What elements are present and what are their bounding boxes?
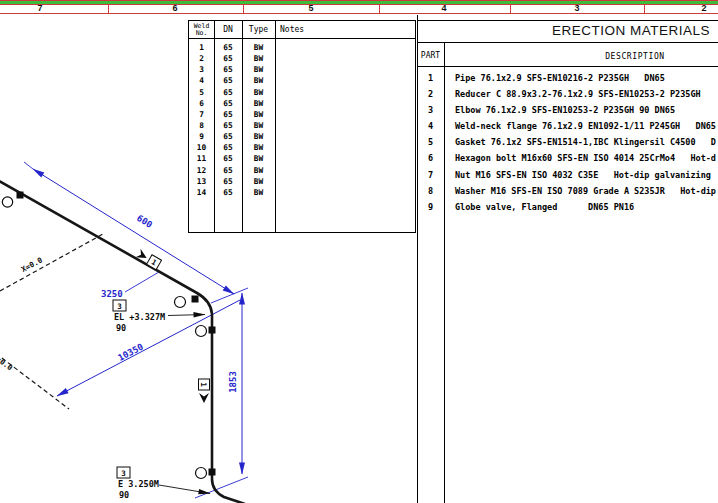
ref-number-top: 3 bbox=[117, 302, 122, 311]
weld-table-row: 8 65 BW bbox=[189, 120, 415, 131]
ruler-number: 2 bbox=[701, 3, 706, 13]
weld-table-row: 10 65 BW bbox=[189, 142, 415, 153]
description-cell: Reducer C 88.9x3.2-76.1x2.9 SFS-EN10253-… bbox=[444, 86, 701, 102]
erection-table-top-border bbox=[417, 20, 718, 21]
weld-point bbox=[209, 469, 216, 476]
part-number-cell: 4 bbox=[417, 118, 444, 134]
type-header: Type bbox=[242, 21, 275, 38]
description-cell: Elbow 76.1x2.9 SFS-EN10253-2 P235GH 90 D… bbox=[444, 102, 675, 118]
dimension-text-1853: 1853 bbox=[228, 371, 238, 393]
erection-material-row: 4 Weld-neck flange 76.1x2.9 EN1092-1/11 … bbox=[417, 118, 718, 134]
weld-no-header-line2: No. bbox=[196, 30, 208, 37]
weld-point bbox=[17, 192, 24, 199]
weld-table-row: 2 65 BW bbox=[189, 53, 415, 64]
weld-circle bbox=[196, 468, 207, 479]
description-cell: Washer M16 SFS-EN ISO 7089 Grade A S235J… bbox=[444, 183, 716, 199]
weld-table-body: 1 65 BW 2 65 BW 3 65 BW 4 65 BW 5 65 BW … bbox=[189, 42, 415, 198]
weld-number-cell: 4 bbox=[189, 75, 214, 86]
leader-top-elevation bbox=[168, 315, 205, 316]
x-axis-dashed-line bbox=[0, 234, 103, 291]
weld-number-cell: 8 bbox=[189, 120, 214, 131]
notes-cell bbox=[275, 120, 415, 131]
type-cell: BW bbox=[242, 153, 275, 164]
type-cell: BW bbox=[242, 64, 275, 75]
weld-table-row: 7 65 BW bbox=[189, 109, 415, 120]
weld-number-cell: 5 bbox=[189, 87, 214, 98]
weld-number-cell: 3 bbox=[189, 64, 214, 75]
ruler-number: 7 bbox=[37, 3, 42, 13]
weld-table-row: 6 65 BW bbox=[189, 98, 415, 109]
type-cell: BW bbox=[242, 131, 275, 142]
description-cell: Nut M16 SFS-EN ISO 4032 C35E Hot-dip gal… bbox=[444, 167, 711, 183]
weld-number-cell: 11 bbox=[189, 153, 214, 164]
dn-cell: 65 bbox=[214, 187, 242, 198]
part-number-cell: 3 bbox=[417, 102, 444, 118]
type-cell: BW bbox=[242, 75, 275, 86]
type-cell: BW bbox=[242, 142, 275, 153]
erection-material-row: 6 Hexagon bolt M16x60 SFS-EN ISO 4014 25… bbox=[417, 150, 718, 166]
weld-number-cell: 9 bbox=[189, 131, 214, 142]
dn-cell: 65 bbox=[214, 98, 242, 109]
weld-table-row: 13 65 BW bbox=[189, 176, 415, 187]
dim-leader-3250 bbox=[125, 272, 159, 292]
dn-cell: 65 bbox=[214, 109, 242, 120]
dn-cell: 65 bbox=[214, 153, 242, 164]
angle-bottom: 90 bbox=[119, 490, 129, 500]
notes-cell bbox=[275, 187, 415, 198]
dn-cell: 65 bbox=[214, 131, 242, 142]
notes-cell bbox=[275, 165, 415, 176]
weld-table-row: 9 65 BW bbox=[189, 131, 415, 142]
x-axis-label: X=0.0 bbox=[20, 255, 45, 274]
weld-number-cell: 10 bbox=[189, 142, 214, 153]
erection-material-row: 8 Washer M16 SFS-EN ISO 7089 Grade A S23… bbox=[417, 183, 718, 199]
erection-header-divider bbox=[417, 66, 718, 67]
angle-top: 90 bbox=[116, 323, 126, 333]
ruler-tick bbox=[108, 5, 109, 14]
part-number-cell: 2 bbox=[417, 86, 444, 102]
notes-cell bbox=[275, 64, 415, 75]
erection-materials-title: ERECTION MATERIALS bbox=[417, 23, 710, 38]
weld-table-row: 12 65 BW bbox=[189, 165, 415, 176]
weld-number-cell: 14 bbox=[189, 187, 214, 198]
notes-cell bbox=[275, 109, 415, 120]
description-cell: Globe valve, Flanged DN65 PN16 bbox=[444, 199, 634, 215]
notes-cell bbox=[275, 42, 415, 53]
dn-header: DN bbox=[214, 21, 242, 38]
weld-table-header: Weld No. DN Type Notes bbox=[189, 21, 415, 39]
erection-material-row: 9 Globe valve, Flanged DN65 PN16 bbox=[417, 199, 718, 215]
type-cell: BW bbox=[242, 120, 275, 131]
type-cell: BW bbox=[242, 165, 275, 176]
dn-cell: 65 bbox=[214, 120, 242, 131]
dn-cell: 65 bbox=[214, 87, 242, 98]
ref-number-bottom: 3 bbox=[121, 469, 126, 478]
erection-material-row: 2 Reducer C 88.9x3.2-76.1x2.9 SFS-EN1025… bbox=[417, 86, 718, 102]
part-number-cell: 9 bbox=[417, 199, 444, 215]
weld-number-cell: 7 bbox=[189, 109, 214, 120]
part-number-cell: 6 bbox=[417, 150, 444, 166]
description-cell: Weld-neck flange 76.1x2.9 EN1092-1/11 P2… bbox=[444, 118, 716, 134]
weld-number-cell: 12 bbox=[189, 165, 214, 176]
elevation-bottom: E 3.250M bbox=[118, 479, 159, 489]
weld-table: Weld No. DN Type Notes 1 65 BW 2 65 BW 3… bbox=[188, 20, 416, 233]
notes-cell bbox=[275, 87, 415, 98]
dn-cell: 65 bbox=[214, 53, 242, 64]
erection-material-row: 3 Elbow 76.1x2.9 SFS-EN10253-2 P235GH 90… bbox=[417, 102, 718, 118]
y-axis-dashed-line bbox=[0, 349, 69, 409]
ruler-tick bbox=[243, 5, 244, 14]
weld-circle bbox=[2, 197, 12, 207]
notes-cell bbox=[275, 131, 415, 142]
type-cell: BW bbox=[242, 176, 275, 187]
weld-table-row: 5 65 BW bbox=[189, 87, 415, 98]
weld-table-row: 14 65 BW bbox=[189, 187, 415, 198]
weld-table-row: 1 65 BW bbox=[189, 42, 415, 53]
ruler-number: 3 bbox=[574, 3, 579, 13]
ruler-number: 4 bbox=[441, 3, 446, 13]
notes-header: Notes bbox=[275, 21, 420, 38]
spool-number: 1 bbox=[199, 382, 208, 387]
dn-cell: 65 bbox=[214, 75, 242, 86]
part-column-header: PART bbox=[417, 51, 444, 60]
notes-cell bbox=[275, 75, 415, 86]
weld-table-row: 4 65 BW bbox=[189, 75, 415, 86]
type-cell: BW bbox=[242, 98, 275, 109]
weld-point bbox=[192, 296, 199, 303]
